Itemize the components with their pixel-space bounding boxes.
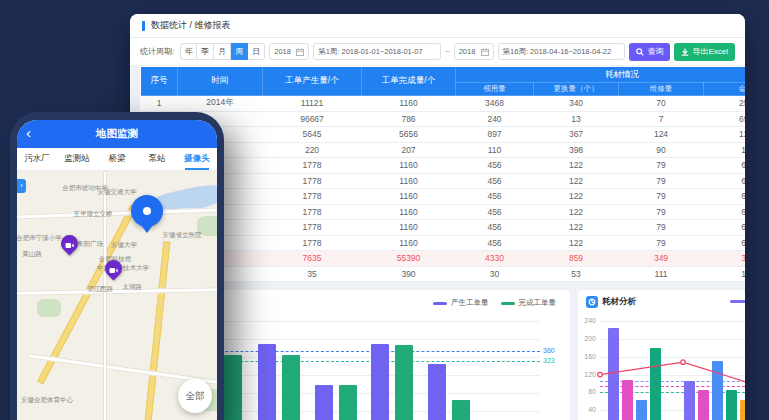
col-header-group-materials: 耗材情况 (456, 67, 746, 83)
period-option-日[interactable]: 日 (248, 43, 265, 60)
summary-cell: 14 (704, 266, 746, 282)
map-label: 安徽大学 (111, 241, 137, 250)
period-label: 统计周期: (140, 46, 174, 57)
trend-line (578, 290, 745, 420)
period-option-周[interactable]: 周 (231, 43, 248, 60)
table-cell: 13 (534, 111, 619, 127)
export-excel-button[interactable]: 导出Excel (674, 43, 735, 61)
table-cell: 122 (534, 173, 619, 189)
summary-cell: 53 (534, 266, 619, 282)
table-cell: 19 (704, 142, 746, 158)
table-cell: 1160 (362, 235, 456, 251)
map-label: 安徽交通大学 (98, 188, 137, 197)
table-cell: 367 (534, 127, 619, 143)
table-cell: 1778 (263, 235, 362, 251)
table-cell: 1778 (263, 173, 362, 189)
table-cell: 67 (704, 158, 746, 174)
map-view[interactable]: 合肥市琥珀中学安徽交通大学五里墩立交桥安徽省立医院合肥市宁溪小学阜阳广场安徽大学… (17, 171, 217, 420)
phone-app-header: ‹ 地图监测 (17, 120, 217, 148)
breadcrumb-bar: 数据统计 / 维修报表 (130, 14, 745, 38)
map-label: 安徽合肥体育中心 (21, 396, 73, 405)
period-option-月[interactable]: 月 (214, 43, 231, 60)
back-chevron-icon[interactable]: ‹ (26, 124, 31, 142)
summary-cell: 7635 (263, 251, 362, 267)
map-expand-button[interactable]: › (17, 179, 26, 193)
table-cell: 79 (619, 220, 704, 236)
table-cell: 122 (534, 158, 619, 174)
table-cell: 3468 (456, 96, 534, 112)
table-cell: 456 (456, 235, 534, 251)
table-cell: 456 (456, 220, 534, 236)
park-area (37, 299, 61, 317)
table-row: 177811604561227967 (141, 204, 746, 220)
calendar-icon (481, 48, 489, 56)
table-cell: 240 (456, 111, 534, 127)
phone-tab-bar: 污水厂监测站桥梁泵站摄像头 (17, 148, 217, 171)
sub-header: 维修量 (619, 83, 704, 96)
summary-cell: 349 (619, 251, 704, 267)
avg-row: 平均值35390305311114 (141, 266, 746, 282)
report-table: 序号 时间 工单产生量/个 工单完成量/个 耗材情况 领用量更换量（个）维修量金… (140, 66, 745, 282)
table-cell: 1778 (263, 189, 362, 205)
table-cell: 250 (704, 96, 746, 112)
table-cell: 79 (619, 189, 704, 205)
map-label: 阜阳广场 (77, 240, 103, 249)
table-cell: 1160 (362, 158, 456, 174)
total-row: 合计763555390433085934933 (141, 251, 746, 267)
map-label: 黄山路 (22, 250, 42, 259)
road-horizontal (17, 287, 217, 296)
phone-tab-监测站[interactable]: 监测站 (57, 148, 97, 170)
export-button-label: 导出Excel (692, 46, 728, 57)
camera-marker[interactable] (101, 256, 125, 280)
end-year-select[interactable]: 2018 (454, 43, 494, 60)
download-icon (681, 48, 689, 56)
summary-cell: 30 (456, 266, 534, 282)
report-table-container: 序号 时间 工单产生量/个 工单完成量/个 耗材情况 领用量更换量（个）维修量金… (140, 66, 745, 282)
table-cell: 897 (456, 127, 534, 143)
phone-tab-污水厂[interactable]: 污水厂 (17, 148, 57, 170)
bar-完成工单量 (339, 385, 357, 420)
phone-tab-桥梁[interactable]: 桥梁 (97, 148, 137, 170)
summary-cell: 55390 (362, 251, 456, 267)
phone-tab-泵站[interactable]: 泵站 (137, 148, 177, 170)
table-cell: 96667 (263, 111, 362, 127)
col-header-completed: 工单完成量/个 (362, 67, 456, 96)
table-cell: 129 (704, 127, 746, 143)
summary-cell: 4330 (456, 251, 534, 267)
table-cell: 1160 (362, 96, 456, 112)
table-cell: 70 (619, 96, 704, 112)
phone-page-title: 地图监测 (96, 127, 138, 141)
query-button[interactable]: 查询 (629, 43, 670, 61)
material-chart-plot: 4080120160200240 (578, 290, 745, 420)
table-cell: 90 (619, 142, 704, 158)
sub-header: 金额 (704, 83, 746, 96)
bar-产生工单量 (371, 344, 389, 420)
table-cell: 122 (534, 235, 619, 251)
bar-产生工单量 (258, 344, 276, 420)
table-row: 177811604561227967 (141, 235, 746, 251)
table-cell: 79 (619, 158, 704, 174)
period-option-年[interactable]: 年 (180, 43, 197, 60)
period-option-季[interactable]: 季 (197, 43, 214, 60)
range-separator: ~ (445, 47, 450, 56)
show-all-button[interactable]: 全部 (178, 379, 212, 413)
table-cell: 690 (704, 111, 746, 127)
table-cell: 7 (619, 111, 704, 127)
table-cell: 456 (456, 158, 534, 174)
start-week-input[interactable]: 第1周: 2018-01-01~2018-01-07 (313, 43, 441, 60)
camera-marker[interactable] (57, 231, 81, 255)
end-year-value: 2018 (459, 47, 476, 56)
road-horizontal (17, 207, 217, 219)
table-cell: 122 (534, 204, 619, 220)
phone-tab-摄像头[interactable]: 摄像头 (177, 148, 217, 170)
table-row: 2202071103989019 (141, 142, 746, 158)
selected-location-marker[interactable] (131, 195, 163, 227)
end-week-input[interactable]: 第16周: 2018-04-16~2018-04-22 (498, 43, 626, 60)
summary-cell: 33 (704, 251, 746, 267)
breadcrumb-accent-bar (142, 21, 145, 31)
table-cell: 456 (456, 173, 534, 189)
table-cell: 2014年 (178, 96, 263, 112)
start-year-select[interactable]: 2018 (269, 43, 309, 60)
filter-bar: 统计周期: 年季月周日 2018 第1周: 2018-01-01~2018-01… (130, 38, 745, 65)
map-label: 五里墩立交桥 (74, 210, 113, 219)
